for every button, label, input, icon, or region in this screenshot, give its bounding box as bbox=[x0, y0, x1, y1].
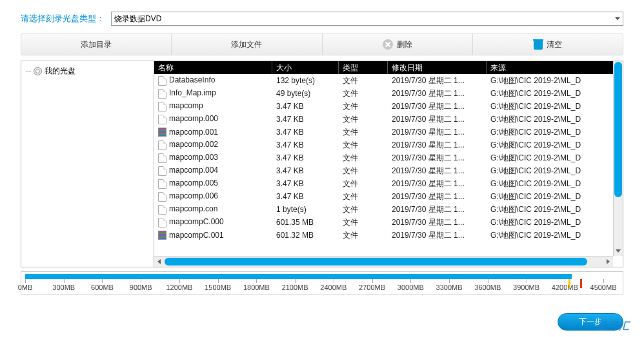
file-size: 3.47 KB bbox=[272, 179, 339, 188]
file-name: Info_Map.imp bbox=[169, 88, 216, 97]
tick bbox=[256, 279, 257, 283]
file-date: 2019/7/30 星期二 1... bbox=[388, 204, 487, 215]
file-date: 2019/7/30 星期二 1... bbox=[388, 88, 487, 99]
table-row[interactable]: mapcomp.0003.47 KB文件2019/7/30 星期二 1...G:… bbox=[154, 113, 623, 126]
col-name[interactable]: 名称 bbox=[154, 61, 272, 74]
tick-label: 3000MB bbox=[397, 284, 424, 291]
file-source: G:\地图\CIC 2019-2\ML_D bbox=[487, 127, 623, 138]
file-type: 文件 bbox=[339, 230, 388, 241]
table-row[interactable]: mapcomp.0053.47 KB文件2019/7/30 星期二 1...G:… bbox=[154, 177, 623, 190]
table-row[interactable]: mapcompC.001601.32 MB文件2019/7/30 星期二 1..… bbox=[154, 229, 623, 242]
file-date: 2019/7/30 星期二 1... bbox=[388, 217, 487, 228]
add-file-button[interactable]: 添加文件 bbox=[172, 34, 322, 55]
clear-button[interactable]: 清空 bbox=[473, 34, 623, 55]
close-icon bbox=[383, 39, 393, 50]
list-header: 名称 大小 类型 修改日期 来源 bbox=[154, 61, 623, 74]
file-date: 2019/7/30 星期二 1... bbox=[388, 230, 487, 241]
disc-type-select[interactable]: 烧录数据DVD bbox=[111, 12, 623, 26]
tick-label: 4200MB bbox=[552, 284, 578, 291]
table-row[interactable]: mapcomp.con1 byte(s)文件2019/7/30 星期二 1...… bbox=[154, 203, 623, 216]
col-type[interactable]: 类型 bbox=[339, 61, 388, 74]
tick bbox=[179, 279, 180, 283]
file-source: G:\地图\CIC 2019-2\ML_D bbox=[487, 114, 623, 125]
col-source[interactable]: 来源 bbox=[487, 61, 623, 74]
col-size[interactable]: 大小 bbox=[272, 61, 339, 74]
tick bbox=[565, 279, 565, 283]
tick bbox=[334, 279, 334, 283]
tick-label: 600MB bbox=[91, 284, 114, 291]
capacity-bar bbox=[25, 274, 603, 279]
trash-icon bbox=[534, 39, 543, 50]
tick bbox=[295, 279, 296, 283]
table-row[interactable]: mapcomp.0033.47 KB文件2019/7/30 星期二 1...G:… bbox=[154, 151, 623, 164]
file-date: 2019/7/30 星期二 1... bbox=[388, 140, 487, 151]
tick-label: 4500MB bbox=[590, 284, 617, 291]
file-name: DatabaseInfo bbox=[169, 75, 215, 84]
file-icon bbox=[158, 140, 166, 150]
file-size: 3.47 KB bbox=[272, 128, 339, 137]
file-date: 2019/7/30 星期二 1... bbox=[388, 127, 487, 138]
file-name: mapcomp bbox=[169, 101, 203, 110]
tree-root[interactable]: ····· 我的光盘 bbox=[24, 65, 151, 77]
table-row[interactable]: mapcomp.0023.47 KB文件2019/7/30 星期二 1...G:… bbox=[154, 139, 623, 151]
table-row[interactable]: DatabaseInfo132 byte(s)文件2019/7/30 星期二 1… bbox=[154, 74, 623, 87]
file-size: 3.47 KB bbox=[272, 102, 339, 111]
watermark: 呈号汇 bbox=[597, 320, 630, 333]
file-name: mapcompC.000 bbox=[169, 217, 224, 226]
tick bbox=[102, 279, 103, 283]
tick-label: 2100MB bbox=[282, 284, 308, 291]
table-row[interactable]: mapcomp.0013.47 KB文件2019/7/30 星期二 1...G:… bbox=[154, 126, 623, 139]
file-name: mapcomp.006 bbox=[169, 191, 218, 200]
add-folder-button[interactable]: 添加目录 bbox=[21, 34, 172, 55]
tick-label: 0MB bbox=[18, 284, 33, 291]
file-size: 3.47 KB bbox=[272, 153, 339, 162]
tick-label: 300MB bbox=[52, 284, 75, 291]
file-size: 601.35 MB bbox=[272, 218, 339, 227]
col-date[interactable]: 修改日期 bbox=[388, 61, 487, 74]
file-icon bbox=[158, 115, 166, 124]
tree-root-label: 我的光盘 bbox=[45, 66, 75, 77]
tick-label: 1800MB bbox=[243, 284, 270, 291]
file-type: 文件 bbox=[339, 191, 388, 202]
file-icon bbox=[158, 153, 166, 163]
file-type: 文件 bbox=[339, 101, 388, 112]
file-source: G:\地图\CIC 2019-2\ML_D bbox=[487, 178, 623, 189]
file-type: 文件 bbox=[339, 153, 388, 164]
table-row[interactable]: mapcomp.0043.47 KB文件2019/7/30 星期二 1...G:… bbox=[154, 164, 623, 177]
file-type: 文件 bbox=[339, 178, 388, 189]
file-name: mapcomp.con bbox=[169, 204, 217, 213]
folder-tree[interactable]: ····· 我的光盘 bbox=[21, 61, 154, 267]
tick bbox=[218, 279, 219, 283]
file-icon bbox=[158, 102, 166, 111]
scrollbar-thumb[interactable] bbox=[614, 62, 622, 197]
file-source: G:\地图\CIC 2019-2\ML_D bbox=[487, 75, 623, 86]
table-row[interactable]: mapcomp3.47 KB文件2019/7/30 星期二 1...G:\地图\… bbox=[154, 100, 623, 113]
delete-button[interactable]: 删除 bbox=[323, 34, 473, 55]
tick-label: 900MB bbox=[130, 284, 152, 291]
table-row[interactable]: Info_Map.imp49 byte(s)文件2019/7/30 星期二 1.… bbox=[154, 87, 623, 100]
chevron-right-icon[interactable] bbox=[603, 256, 613, 267]
horizontal-scrollbar[interactable] bbox=[154, 256, 613, 267]
file-name: mapcomp.005 bbox=[169, 178, 218, 188]
file-type: 文件 bbox=[339, 127, 388, 138]
tick bbox=[64, 279, 65, 283]
tick-label: 3300MB bbox=[436, 284, 463, 291]
file-source: G:\地图\CIC 2019-2\ML_D bbox=[487, 140, 623, 151]
file-source: G:\地图\CIC 2019-2\ML_D bbox=[487, 166, 623, 177]
file-size: 3.47 KB bbox=[272, 140, 339, 149]
vertical-scrollbar[interactable] bbox=[613, 61, 623, 256]
file-type: 文件 bbox=[339, 140, 388, 151]
toolbar: 添加目录 添加文件 删除 清空 bbox=[21, 34, 623, 55]
file-type: 文件 bbox=[339, 114, 388, 125]
scrollbar-thumb[interactable] bbox=[165, 258, 587, 265]
chevron-down-icon[interactable] bbox=[614, 246, 623, 256]
chevron-left-icon[interactable] bbox=[154, 256, 164, 267]
table-row[interactable]: mapcomp.0063.47 KB文件2019/7/30 星期二 1...G:… bbox=[154, 190, 623, 203]
file-name: mapcomp.000 bbox=[169, 114, 218, 123]
archive-icon bbox=[158, 231, 166, 240]
file-type: 文件 bbox=[339, 88, 388, 99]
warning-marker bbox=[569, 279, 570, 288]
table-row[interactable]: mapcompC.000601.35 MB文件2019/7/30 星期二 1..… bbox=[154, 216, 623, 229]
file-size: 601.32 MB bbox=[272, 231, 339, 240]
file-source: G:\地图\CIC 2019-2\ML_D bbox=[487, 191, 623, 202]
